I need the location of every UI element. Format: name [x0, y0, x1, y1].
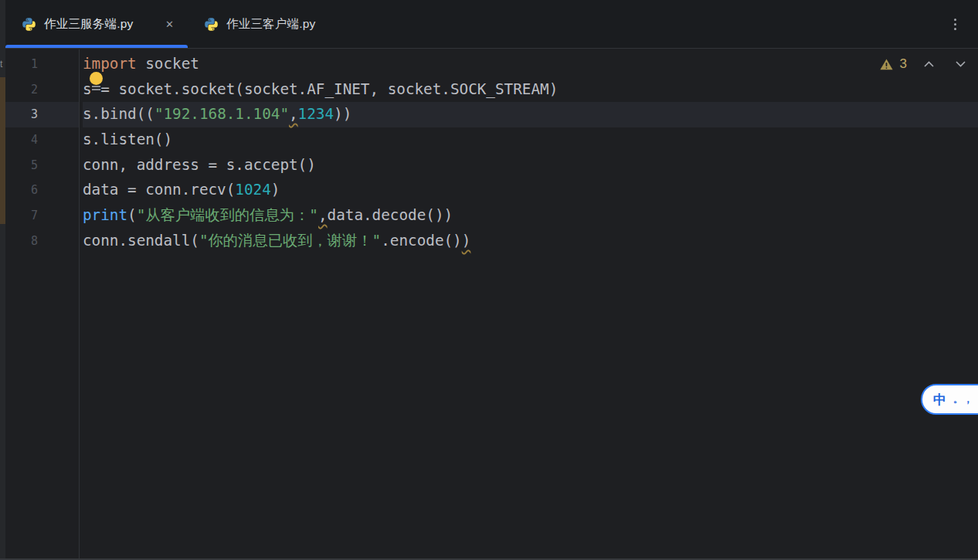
tab-server-label: 作业三服务端.py [44, 16, 133, 32]
code-line[interactable]: data = conn.recv(1024) [83, 178, 978, 203]
tab-client-file[interactable]: 作业三客户端.py [188, 0, 328, 48]
tab-client-label: 作业三客户端.py [226, 16, 315, 32]
line-number[interactable]: 5 [5, 153, 79, 178]
line-number[interactable]: 6 [5, 178, 79, 203]
code-token: s.listen() [83, 131, 172, 148]
python-icon [22, 17, 36, 32]
next-problem-icon[interactable] [950, 57, 970, 71]
code-token: , [289, 105, 298, 123]
code-editor[interactable]: 12345678 import sockets = socket.socket(… [5, 49, 978, 558]
code-token: conn, address = s.accept() [83, 156, 316, 174]
ime-indicator[interactable]: 中 。， [921, 384, 978, 415]
code-line[interactable]: conn.sendall("你的消息已收到，谢谢！".encode()) [83, 229, 978, 254]
line-number[interactable]: 1 [5, 52, 79, 77]
warning-count: 3 [900, 56, 907, 72]
tab-server-file[interactable]: 作业三服务端.py ✕ [5, 0, 188, 48]
code-line[interactable]: conn, address = s.accept() [83, 153, 978, 178]
ime-punctuation-mode: 。， [953, 393, 973, 406]
code-token: ( [127, 206, 137, 224]
code-token: )) [334, 105, 351, 123]
code-token: print [83, 206, 127, 224]
code-token: .encode() [381, 232, 461, 249]
editor-tab-bar: 作业三服务端.py ✕ 作业三客户端.py [5, 0, 978, 49]
gutter: 12345678 [5, 49, 80, 558]
ime-mode-chinese: 中 [933, 391, 946, 409]
previous-problem-icon[interactable] [919, 57, 939, 71]
tab-bar-spacer [328, 0, 947, 48]
code-token: , [318, 206, 328, 224]
more-options-icon[interactable] [947, 14, 963, 34]
python-icon [204, 17, 219, 32]
code-line[interactable]: s.bind(("192.168.1.104",1234)) [83, 102, 978, 127]
intention-bulb-icon[interactable] [88, 72, 104, 92]
line-number[interactable]: 8 [5, 229, 79, 254]
line-number[interactable]: 7 [5, 203, 79, 229]
code-token: 1024 [235, 181, 270, 199]
inspections-widget[interactable]: 3 [880, 56, 970, 72]
line-number[interactable]: 2 [5, 77, 79, 103]
code-line[interactable]: s = socket.socket(socket.AF_INET, socket… [83, 77, 978, 103]
code-line[interactable]: s.listen() [83, 127, 978, 153]
left-toolwindow-strip: t [0, 0, 5, 560]
code-token: socket [137, 55, 199, 73]
code-token: data.decode()) [328, 206, 453, 224]
code-token: data = conn.recv( [83, 181, 235, 199]
close-tab-icon[interactable]: ✕ [164, 18, 175, 31]
warning-triangle-icon [880, 59, 893, 70]
code-token: ) [271, 181, 280, 199]
code-token: "从客户端收到的信息为：" [137, 206, 318, 224]
code-token: import [83, 55, 137, 73]
code-line[interactable]: print("从客户端收到的信息为：",data.decode()) [83, 203, 978, 229]
strip-text-fragment: t [0, 59, 5, 70]
code-token: s.bind(( [83, 105, 155, 123]
active-tab-underline [5, 45, 188, 48]
line-number[interactable]: 3 [5, 102, 79, 127]
code-token: conn.sendall( [83, 232, 199, 249]
code-token: "192.168.1.104" [155, 105, 289, 123]
code-token: ) [462, 232, 471, 249]
code-area[interactable]: import sockets = socket.socket(socket.AF… [80, 49, 978, 558]
line-number[interactable]: 4 [5, 127, 79, 153]
strip-brown-band [0, 77, 5, 224]
code-token: 1234 [298, 105, 334, 123]
code-token: s = socket.socket(socket.AF_INET, socket… [83, 80, 558, 98]
pycharm-window: t 作业三服务端.py ✕ 作业三客户端.py 12345678 [0, 0, 978, 560]
code-token: "你的消息已收到，谢谢！" [199, 232, 381, 249]
code-line[interactable]: import socket [83, 52, 978, 77]
